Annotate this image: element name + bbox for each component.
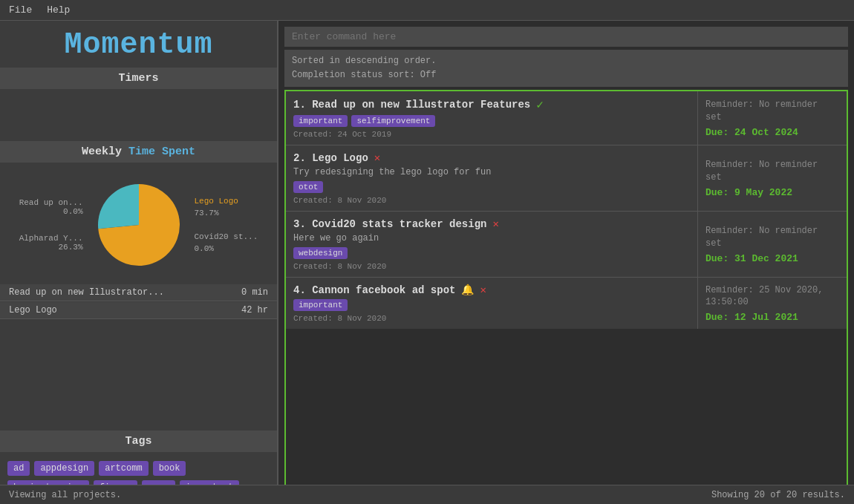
task-desc-1: Try redesigning the lego logo for fun: [293, 167, 690, 177]
command-bar[interactable]: [284, 27, 848, 47]
task-reminder-0: Reminder: No reminder set Due: 24 Oct 20…: [698, 91, 847, 145]
task-x-1: ✕: [374, 151, 380, 164]
weekly-label-white: Weekly: [82, 145, 128, 158]
task-item-3: 4. Cannon facebook ad spot 🔔 ✕ important…: [286, 278, 847, 329]
reminder-text-2: Reminder: No reminder set: [705, 225, 839, 250]
due-text-2: Due: 31 Dec 2021: [705, 253, 839, 264]
task-created-3: Created: 8 Nov 2020: [293, 314, 690, 323]
task-x-2: ✕: [492, 217, 498, 230]
task-check-0: ✓: [536, 97, 544, 112]
label-readup: Read up on... 0.0%: [19, 198, 83, 216]
task-created-0: Created: 24 Oct 2019: [293, 130, 690, 139]
weekly-label-blue: Time Spent: [128, 145, 195, 158]
tag-pill-artcomm[interactable]: artcomm: [99, 461, 148, 476]
task-x-3: ✕: [480, 284, 486, 296]
reminder-text-0: Reminder: No reminder set: [705, 99, 839, 124]
menu-file[interactable]: File: [9, 4, 32, 16]
timers-empty-area: [0, 92, 277, 137]
tag-pill-book[interactable]: book: [153, 461, 186, 476]
task-tags-0: important selfimprovement: [293, 115, 690, 127]
task-title-row-1: 2. Lego Logo ✕: [293, 151, 690, 164]
weekly-header: Weekly Time Spent: [0, 141, 277, 163]
due-text-0: Due: 24 Oct 2024: [705, 127, 839, 138]
timers-header: Timers: [0, 68, 277, 89]
task-created-2: Created: 8 Nov 2020: [293, 262, 690, 271]
command-input[interactable]: [292, 31, 841, 42]
task-main-3: 4. Cannon facebook ad spot 🔔 ✕ important…: [286, 278, 698, 329]
task-item-1: 2. Lego Logo ✕ Try redesigning the lego …: [286, 145, 847, 212]
task-item-2: 3. Covid20 stats tracker design ✕ Here w…: [286, 212, 847, 278]
task-main-2: 3. Covid20 stats tracker design ✕ Here w…: [286, 212, 698, 277]
status-left: Viewing all projects.: [9, 490, 121, 500]
tasks-list: 1. Read up on new Illustrator Features ✓…: [284, 90, 848, 504]
task-tags-2: webdesign: [293, 247, 690, 259]
task-title-row-3: 4. Cannon facebook ad spot 🔔 ✕: [293, 284, 690, 296]
sort-line-2: Completion status sort: Off: [292, 68, 841, 82]
timers-section: Timers: [0, 68, 277, 141]
time-row-1: Lego Logo 42 hr: [0, 302, 277, 319]
label-alpharad: Alpharad Y... 26.3%: [19, 234, 83, 252]
task-title-1: 2. Lego Logo: [293, 152, 368, 164]
task-reminder-2: Reminder: No reminder set Due: 31 Dec 20…: [698, 212, 847, 277]
task-main-1: 2. Lego Logo ✕ Try redesigning the lego …: [286, 145, 698, 211]
task-tag-important-0[interactable]: important: [293, 115, 348, 127]
time-row-name-0: Read up on new Illustrator...: [9, 287, 164, 298]
right-panel: Sorted in descending order. Completion s…: [278, 21, 854, 504]
app-title: Momentum: [0, 21, 277, 68]
task-desc-2: Here we go again: [293, 233, 690, 243]
sort-line-1: Sorted in descending order.: [292, 54, 841, 68]
label-covid-right: Covid20 st...: [195, 232, 258, 241]
reminder-text-3: Reminder: 25 Nov 2020, 13:50:00: [705, 284, 839, 310]
task-tag-otot-1[interactable]: otot: [293, 181, 323, 193]
task-tag-important-3[interactable]: important: [293, 299, 348, 311]
task-reminder-3: Reminder: 25 Nov 2020, 13:50:00 Due: 12 …: [698, 278, 847, 329]
label-lego-right: Lego Logo: [195, 197, 258, 206]
sort-info: Sorted in descending order. Completion s…: [284, 50, 848, 87]
task-title-row-2: 3. Covid20 stats tracker design ✕: [293, 217, 690, 230]
label-covid-pct: 0.0%: [195, 244, 258, 253]
time-row-name-1: Lego Logo: [9, 305, 57, 315]
time-row-value-0: 0 min: [241, 287, 268, 298]
reminder-text-1: Reminder: No reminder set: [705, 159, 839, 184]
task-created-1: Created: 8 Nov 2020: [293, 196, 690, 205]
task-item-0: 1. Read up on new Illustrator Features ✓…: [286, 91, 847, 145]
time-row-value-1: 42 hr: [241, 305, 268, 315]
pie-labels-left: Read up on... 0.0% Alpharad Y... 26.3%: [19, 198, 83, 252]
due-text-1: Due: 9 May 2022: [705, 187, 839, 198]
status-right: Showing 20 of 20 results.: [711, 490, 845, 500]
tag-pill-ad[interactable]: ad: [7, 461, 30, 476]
time-row-0: Read up on new Illustrator... 0 min: [0, 284, 277, 301]
tag-pill-appdesign[interactable]: appdesign: [34, 461, 94, 476]
task-main-0: 1. Read up on new Illustrator Features ✓…: [286, 91, 698, 145]
menubar: File Help: [0, 0, 854, 21]
task-title-row-0: 1. Read up on new Illustrator Features ✓: [293, 97, 690, 112]
task-title-2: 3. Covid20 stats tracker design: [293, 218, 486, 230]
time-table: Read up on new Illustrator... 0 min Lego…: [0, 284, 277, 319]
task-tag-webdesign-2[interactable]: webdesign: [293, 247, 348, 259]
tags-header: Tags: [0, 431, 277, 452]
bottom-status: Viewing all projects. Showing 20 of 20 r…: [0, 485, 854, 504]
task-tags-3: important: [293, 299, 690, 311]
task-title-0: 1. Read up on new Illustrator Features: [293, 99, 530, 111]
main-layout: Momentum Timers Weekly Time Spent Read u…: [0, 21, 854, 504]
chart-area: Read up on... 0.0% Alpharad Y... 26.3%: [0, 166, 277, 284]
task-title-3: 4. Cannon facebook ad spot: [293, 284, 455, 296]
bell-icon-3: 🔔: [461, 284, 474, 296]
pie-alpharad: [98, 184, 139, 229]
left-panel: Momentum Timers Weekly Time Spent Read u…: [0, 21, 278, 504]
menu-help[interactable]: Help: [47, 4, 70, 16]
pie-chart: [91, 177, 187, 273]
weekly-section: Weekly Time Spent Read up on... 0.0% Alp…: [0, 141, 277, 323]
label-lego-pct: 73.7%: [195, 209, 258, 217]
due-text-3: Due: 12 Jul 2021: [705, 312, 839, 323]
task-reminder-1: Reminder: No reminder set Due: 9 May 202…: [698, 145, 847, 211]
task-tag-selfimprovement-0[interactable]: selfimprovement: [351, 115, 435, 127]
pie-labels-right: Lego Logo 73.7% Covid20 st... 0.0%: [195, 197, 258, 253]
task-tags-1: otot: [293, 181, 690, 193]
